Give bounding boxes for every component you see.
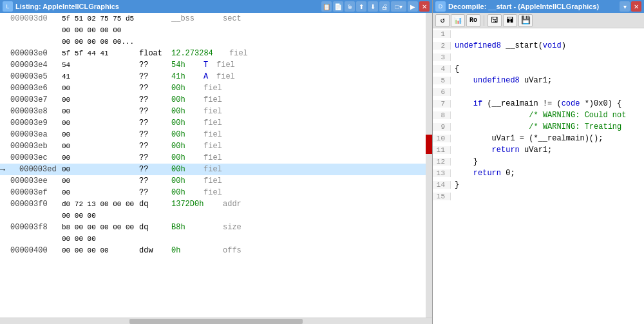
- code-line: 6: [433, 86, 644, 98]
- listing-header-controls: 📋 📄 🖱 ⬆ ⬇ 🖨 □▾ ▶ ✕: [321, 1, 430, 12]
- code-line: 4 {: [433, 63, 644, 75]
- code-line: 9 /* WARNING: Treating: [433, 121, 644, 133]
- table-row: 000003e7 00 ?? 00h fiel: [0, 94, 426, 106]
- code-line: 10 uVar1 = (*__realmain)();: [433, 133, 644, 144]
- listing-title-bar: L Listing: AppleIntelICLGraphics 📋 📄 🖱 ⬆…: [0, 0, 432, 13]
- decompile-panel: D Decompile: __start - (AppleIntelICLGra…: [433, 0, 644, 324]
- table-row: 000003ea 00 ?? 00h fiel: [0, 129, 426, 140]
- listing-scrollbar-thumb[interactable]: [426, 135, 432, 154]
- listing-hscrollbar[interactable]: [0, 318, 432, 324]
- table-row: 000003e9 00 ?? 00h fiel: [0, 117, 426, 129]
- table-row: 00 00 00: [0, 210, 426, 222]
- decompile-refresh-btn[interactable]: ↺: [435, 14, 450, 27]
- table-row: 000003e8 00 ?? 00h fiel: [0, 106, 426, 117]
- code-line: 14 }: [433, 179, 644, 191]
- table-row: 000003f0 d0 72 13 00 00 00 dq 1372D0h ad…: [0, 198, 426, 210]
- decompile-save-btn[interactable]: 💾: [518, 14, 533, 27]
- table-row: 00 00 00 00 00...: [0, 36, 426, 48]
- decompile-copy-btn[interactable]: 🖫: [488, 14, 502, 27]
- code-line: 11 return uVar1;: [433, 144, 644, 156]
- decompile-title: Decompile: __start - (AppleIntelICLGraph…: [448, 3, 620, 10]
- listing-paste-btn[interactable]: 📄: [333, 1, 343, 12]
- decompile-header-controls: ▾ ✕: [620, 1, 641, 12]
- table-row: 000003e0 5f 5f 44 41 float 12.273284 fie…: [0, 48, 426, 59]
- listing-close-btn[interactable]: ✕: [419, 1, 430, 12]
- code-line: 5 undefined8 uVar1;: [433, 75, 644, 86]
- table-row: 000003e5 41 ?? 41h A fiel: [0, 71, 426, 82]
- decompile-content[interactable]: 1 2 undefined8 __start(void) 3 4 {: [433, 28, 644, 324]
- decompile-paste-btn[interactable]: 🖬: [503, 14, 517, 27]
- code-line: 12 }: [433, 156, 644, 167]
- listing-panel: L Listing: AppleIntelICLGraphics 📋 📄 🖱 ⬆…: [0, 0, 433, 324]
- code-line: 15: [433, 191, 644, 202]
- decompile-ro-btn[interactable]: Ro: [466, 14, 480, 27]
- decompile-title-bar: D Decompile: __start - (AppleIntelICLGra…: [433, 0, 644, 13]
- code-line: 2 undefined8 __start(void): [433, 40, 644, 52]
- table-row: 000003f8 b8 00 00 00 00 00 dq B8h size: [0, 222, 426, 233]
- table-row: 000003d0 5f 51 02 75 75 d5 __bss sect: [0, 13, 426, 24]
- decompile-close-btn[interactable]: ✕: [631, 1, 641, 12]
- table-row: 000003ee 00 ?? 00h fiel: [0, 175, 426, 187]
- code-line: 7 if (__realmain != (code *)0x0) {: [433, 98, 644, 110]
- listing-icon: L: [3, 1, 13, 12]
- decompile-toolbar: ↺ 📊 Ro 🖫 🖬 💾: [433, 13, 644, 28]
- arrow-indicator: →: [0, 165, 5, 175]
- code-line: 8 /* WARNING: Could not: [433, 110, 644, 121]
- table-row: 000003e6 00 ?? 00h fiel: [0, 82, 426, 94]
- listing-down-btn[interactable]: ⬇: [368, 1, 378, 12]
- decompile-icon: D: [435, 1, 446, 12]
- listing-run-btn[interactable]: ▶: [408, 1, 418, 12]
- listing-zoom-btn[interactable]: □▾: [391, 1, 406, 12]
- listing-title: Listing: AppleIntelICLGraphics: [15, 3, 321, 10]
- decompile-minimize-btn[interactable]: ▾: [620, 1, 630, 12]
- table-row: 000003ef 00 ?? 00h fiel: [0, 187, 426, 198]
- code-line: 13 return 0;: [433, 167, 644, 179]
- table-row-highlighted: → 000003ed 00 ?? 00h fiel: [0, 164, 426, 175]
- table-row: 00000400 00 00 00 00 ddw 0h offs: [0, 245, 426, 256]
- decompile-graph-btn[interactable]: 📊: [451, 14, 465, 27]
- code-line: 1: [433, 28, 644, 40]
- table-row: 000003ec 00 ?? 00h fiel: [0, 152, 426, 164]
- toolbar-separator: [484, 15, 484, 26]
- table-row: 000003e4 54 ?? 54h T fiel: [0, 59, 426, 71]
- listing-content[interactable]: 000003d0 5f 51 02 75 75 d5 __bss sect 00…: [0, 13, 432, 318]
- listing-up-btn[interactable]: ⬆: [356, 1, 366, 12]
- table-row: 000003eb 00 ?? 00h fiel: [0, 140, 426, 152]
- table-row: 00 00 00 00 00: [0, 24, 426, 36]
- listing-print-btn[interactable]: 🖨: [379, 1, 390, 12]
- code-line: 3: [433, 52, 644, 63]
- listing-copy-btn[interactable]: 📋: [321, 1, 332, 12]
- listing-cursor-btn[interactable]: 🖱: [345, 1, 355, 12]
- table-row: 00 00 00: [0, 233, 426, 245]
- listing-scrollbar[interactable]: [426, 13, 432, 318]
- listing-hscrollbar-thumb[interactable]: [129, 319, 302, 324]
